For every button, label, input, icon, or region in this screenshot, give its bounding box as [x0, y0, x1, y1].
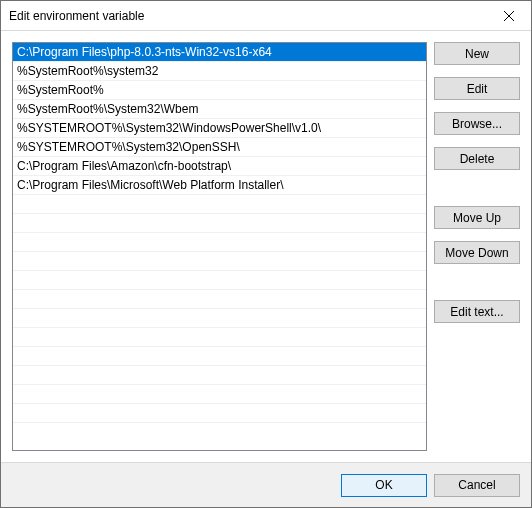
cancel-button[interactable]: Cancel: [434, 474, 520, 497]
close-icon: [504, 11, 514, 21]
path-listbox[interactable]: C:\Program Files\php-8.0.3-nts-Win32-vs1…: [12, 42, 427, 451]
list-item[interactable]: C:\Program Files\Microsoft\Web Platform …: [13, 176, 426, 195]
move-up-button[interactable]: Move Up: [434, 206, 520, 229]
ok-button[interactable]: OK: [341, 474, 427, 497]
close-button[interactable]: [486, 1, 531, 30]
list-item: [13, 347, 426, 366]
list-item[interactable]: C:\Program Files\php-8.0.3-nts-Win32-vs1…: [13, 43, 426, 62]
list-item: [13, 271, 426, 290]
dialog-content: C:\Program Files\php-8.0.3-nts-Win32-vs1…: [1, 31, 531, 462]
list-item[interactable]: %SystemRoot%: [13, 81, 426, 100]
edit-button[interactable]: Edit: [434, 77, 520, 100]
titlebar-title: Edit environment variable: [9, 9, 144, 23]
list-item[interactable]: %SystemRoot%\system32: [13, 62, 426, 81]
delete-button[interactable]: Delete: [434, 147, 520, 170]
list-item: [13, 233, 426, 252]
list-item[interactable]: %SYSTEMROOT%\System32\OpenSSH\: [13, 138, 426, 157]
list-item: [13, 214, 426, 233]
edit-text-button[interactable]: Edit text...: [434, 300, 520, 323]
list-item: [13, 404, 426, 423]
list-item: [13, 328, 426, 347]
list-item: [13, 309, 426, 328]
list-item: [13, 195, 426, 214]
dialog-footer: OK Cancel: [1, 462, 531, 507]
list-item[interactable]: %SYSTEMROOT%\System32\WindowsPowerShell\…: [13, 119, 426, 138]
new-button[interactable]: New: [434, 42, 520, 65]
list-item: [13, 385, 426, 404]
move-down-button[interactable]: Move Down: [434, 241, 520, 264]
side-button-panel: New Edit Browse... Delete Move Up Move D…: [434, 42, 520, 451]
list-item: [13, 252, 426, 271]
browse-button[interactable]: Browse...: [434, 112, 520, 135]
list-item: [13, 366, 426, 385]
titlebar: Edit environment variable: [1, 1, 531, 31]
list-item: [13, 290, 426, 309]
dialog-window: Edit environment variable C:\Program Fil…: [0, 0, 532, 508]
list-item[interactable]: C:\Program Files\Amazon\cfn-bootstrap\: [13, 157, 426, 176]
list-item[interactable]: %SystemRoot%\System32\Wbem: [13, 100, 426, 119]
